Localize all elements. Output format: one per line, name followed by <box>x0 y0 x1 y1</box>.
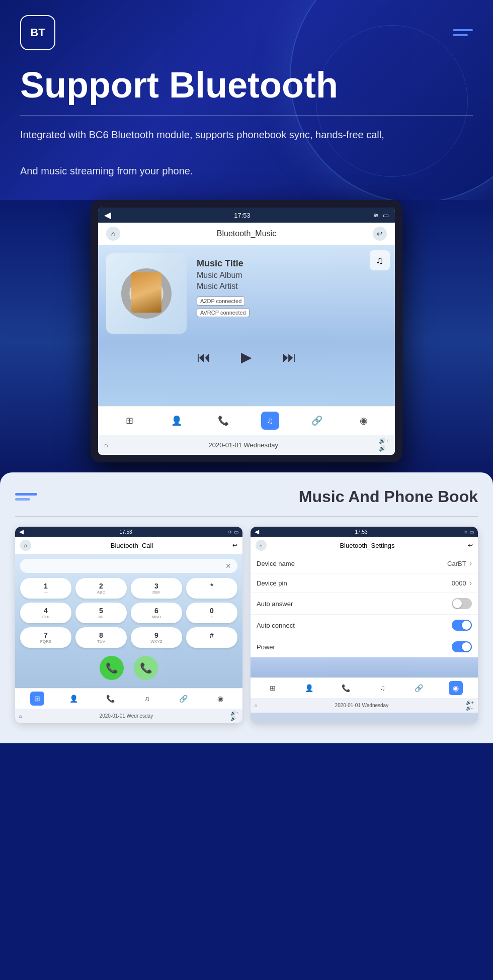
music-note-btn[interactable]: ♫ <box>370 250 390 270</box>
call-menu-icon[interactable]: ⊞ <box>30 692 44 706</box>
music-content: ♫ Music Title Music Album Music Artist A… <box>98 245 395 406</box>
dial-6[interactable]: 6MNO <box>131 603 182 623</box>
dial-hash[interactable]: # <box>186 627 237 648</box>
home-icon[interactable]: ⌂ <box>106 227 120 241</box>
track-artist: Music Artist <box>197 282 252 291</box>
section-icon <box>15 493 37 501</box>
call-back-icon[interactable]: ↩ <box>232 542 237 549</box>
top-bar: BT <box>20 15 473 50</box>
auto-answer-knob <box>453 599 462 608</box>
back-circle[interactable]: ◀ <box>104 210 111 221</box>
call-status-time: 17:53 <box>119 529 132 535</box>
call-contacts-icon[interactable]: 👤 <box>67 692 81 706</box>
screen-status-bar: ◀ 17:53 ≋ ▭ <box>98 208 395 223</box>
bt-phone-icon[interactable]: 📞 <box>339 681 353 695</box>
back-icon[interactable]: ↩ <box>373 227 387 241</box>
music-icon-active[interactable]: ♫ <box>261 412 279 430</box>
setting-auto-answer: Auto answer <box>251 593 478 615</box>
auto-connect-toggle[interactable] <box>452 620 472 631</box>
call-eye-icon[interactable]: ◉ <box>213 692 227 706</box>
header-section: BT Support Bluetooth Integrated with BC6… <box>0 0 493 200</box>
bt-bottom-bar: ⊞ 👤 📞 ♫ 🔗 ◉ <box>251 677 478 698</box>
bt-home-icon[interactable]: ⌂ <box>256 540 267 551</box>
auto-connect-knob <box>462 621 471 630</box>
bt-link-icon[interactable]: 🔗 <box>412 681 426 695</box>
call-vol-up[interactable]: 🔊+ <box>230 711 238 716</box>
search-bar[interactable]: ✕ <box>20 559 237 573</box>
auto-answer-toggle[interactable] <box>452 598 472 609</box>
vol-up-icon[interactable]: 🔊+ <box>379 438 389 444</box>
call-nav-title: Bluetooth_Call <box>111 542 153 549</box>
dial-8[interactable]: 8TUV <box>75 627 127 648</box>
call-home-btn-2[interactable]: ⌂ <box>19 713 22 719</box>
contacts-icon[interactable]: 👤 <box>168 412 186 430</box>
bt-date-display: 2020-01-01 Wednesday <box>335 703 389 708</box>
bt-status-time: 17:53 <box>355 529 367 535</box>
subtitle: Integrated with BC6 Bluetooth module, su… <box>20 126 473 180</box>
bt-vol-down[interactable]: 🔊- <box>466 706 474 711</box>
dial-5[interactable]: 5JKL <box>75 603 127 623</box>
bt-eye-icon-active[interactable]: ◉ <box>449 681 463 695</box>
vol-down-icon[interactable]: 🔊- <box>379 445 389 452</box>
clear-icon[interactable]: ✕ <box>225 562 231 570</box>
link-icon[interactable]: 🔗 <box>308 412 326 430</box>
device-pin-arrow[interactable]: › <box>469 578 472 587</box>
hamburger-menu-icon[interactable] <box>453 29 473 36</box>
prev-button[interactable]: ⏮ <box>197 349 211 365</box>
dial-2[interactable]: 2ABC <box>75 578 127 599</box>
call-phone-icon[interactable]: 📞 <box>104 692 118 706</box>
phone-icon[interactable]: 📞 <box>214 412 232 430</box>
dial-4[interactable]: 4GHI <box>20 603 71 623</box>
bt-music-icon[interactable]: ♫ <box>375 681 389 695</box>
call-bottom-bar: ⊞ 👤 📞 ♫ 🔗 ◉ <box>15 688 242 709</box>
call-home-icon[interactable]: ⌂ <box>20 540 31 551</box>
bt-back-icon[interactable]: ↩ <box>468 542 473 549</box>
call-battery-icon: ▭ <box>234 529 238 535</box>
end-call-button[interactable]: 📞 <box>134 656 158 680</box>
avrcp-badge: AVRCP connected <box>197 308 250 317</box>
dial-3[interactable]: 3DEF <box>131 578 182 599</box>
setting-power: Power <box>251 636 478 657</box>
date-display: 2020-01-01 Wednesday <box>208 441 278 449</box>
dial-0[interactable]: 0+ <box>186 603 237 623</box>
bt-status-bar: ◀ 17:53 ≋ ▭ <box>251 527 478 537</box>
call-back-btn[interactable]: ◀ <box>19 528 24 535</box>
menu-icon[interactable]: ⊞ <box>121 412 139 430</box>
hamburger-line-1 <box>453 29 473 31</box>
call-button[interactable]: 📞 <box>100 656 124 680</box>
bt-logo: BT <box>20 15 55 50</box>
dial-1[interactable]: 1— <box>20 578 71 599</box>
volume-icons: 🔊+ 🔊- <box>379 438 389 452</box>
bt-battery-icon: ▭ <box>469 529 474 535</box>
icon-line-1 <box>15 493 37 496</box>
call-vol-down[interactable]: 🔊- <box>230 716 238 721</box>
play-button[interactable]: ▶ <box>241 349 252 365</box>
settings-list: Device name CarBT › Device pin 0000 › <box>251 554 478 657</box>
car-screen: ◀ 17:53 ≋ ▭ ⌂ Bluetooth_Music ↩ ♫ <box>98 208 395 455</box>
dial-7[interactable]: 7PQRS <box>20 627 71 648</box>
bt-vol-up[interactable]: 🔊+ <box>466 700 474 705</box>
screen-bottom-bar: ⊞ 👤 📞 ♫ 🔗 ◉ <box>98 406 395 435</box>
call-link-icon[interactable]: 🔗 <box>177 692 191 706</box>
bt-nav-title: Bluetooth_Settings <box>340 542 394 549</box>
signal-icon: ≋ <box>373 212 379 219</box>
power-toggle[interactable] <box>452 641 472 652</box>
bt-home-btn-2[interactable]: ⌂ <box>255 703 258 708</box>
dial-9[interactable]: 9WXYZ <box>131 627 182 648</box>
hamburger-line-2 <box>453 34 468 36</box>
next-button[interactable]: ⏭ <box>282 349 296 365</box>
bt-menu-icon[interactable]: ⊞ <box>266 681 280 695</box>
call-status-icons: ≋ ▭ <box>228 529 238 535</box>
call-music-icon[interactable]: ♫ <box>140 692 154 706</box>
bt-back-btn[interactable]: ◀ <box>255 528 259 535</box>
device-name-arrow[interactable]: › <box>469 559 472 568</box>
call-signal-icon: ≋ <box>228 529 232 535</box>
auto-connect-label: Auto connect <box>257 622 295 629</box>
bt-contacts-icon[interactable]: 👤 <box>302 681 316 695</box>
playback-controls: ⏮ ▶ ⏭ <box>106 344 387 370</box>
screen-nav-title: Bluetooth_Music <box>217 229 276 238</box>
home-btn-2[interactable]: ⌂ <box>104 441 108 449</box>
eye-icon[interactable]: ◉ <box>355 412 373 430</box>
dial-star[interactable]: * <box>186 578 237 599</box>
bt-vol-icons: 🔊+ 🔊- <box>466 700 474 711</box>
